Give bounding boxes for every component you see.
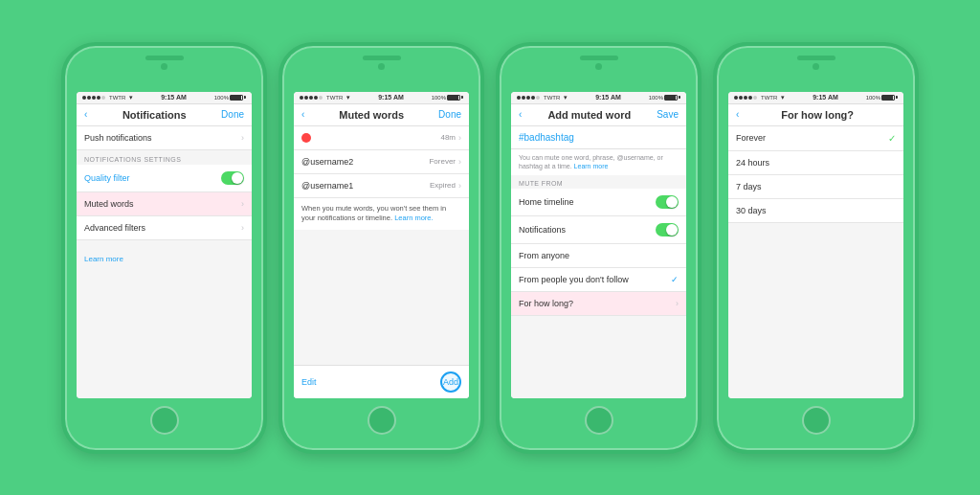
carrier-3: TWTR <box>544 95 560 101</box>
camera-1 <box>161 63 167 70</box>
phone-1: TWTR ▾ 9:15 AM 100% ‹ Notifications Done <box>61 42 267 454</box>
settings-section: Quality filter Muted words › <box>77 165 252 240</box>
speaker-2 <box>363 56 401 60</box>
done-button-1[interactable]: Done <box>221 109 244 120</box>
muted-word-input[interactable]: #badhashtag <box>511 126 686 149</box>
camera-4 <box>813 63 819 70</box>
home-button-1[interactable] <box>150 406 179 435</box>
quality-filter-toggle[interactable] <box>221 171 244 185</box>
push-notifications-row[interactable]: Push notifications › <box>77 126 252 150</box>
muted-words-row[interactable]: Muted words › <box>77 192 252 216</box>
advanced-filters-row[interactable]: Advanced filters › <box>77 216 252 240</box>
phone-2-screen: TWTR ▾ 9:15 AM 100% ‹ Muted words Done <box>294 92 469 398</box>
time-2: 9:15 AM <box>378 94 404 101</box>
mute-from-header: MUTE FROM <box>511 175 686 189</box>
phones-container: TWTR ▾ 9:15 AM 100% ‹ Notifications Done <box>42 23 938 473</box>
speaker-4 <box>797 56 835 60</box>
phone-3: TWTR ▾ 9:15 AM 100% ‹ Add muted word Sav… <box>496 42 702 454</box>
duration-30days[interactable]: 30 days <box>728 199 903 223</box>
done-button-2[interactable]: Done <box>438 109 461 120</box>
notifications-row[interactable]: Notifications <box>511 216 686 244</box>
duration-forever[interactable]: Forever ✓ <box>728 126 903 151</box>
phone-2-top <box>282 56 480 70</box>
learn-more-link-1[interactable]: Learn more <box>84 255 123 263</box>
muted-item-3[interactable]: @username1 Expired › <box>294 174 469 198</box>
home-button-4[interactable] <box>802 406 831 435</box>
learn-more-link-3[interactable]: Learn more <box>574 163 609 169</box>
home-button-3[interactable] <box>585 406 613 435</box>
nav-bar-3: ‹ Add muted word Save <box>511 104 686 126</box>
back-button-4[interactable]: ‹ <box>736 109 739 120</box>
quality-filter-row[interactable]: Quality filter <box>77 165 252 192</box>
chevron-muted-2: › <box>458 157 461 167</box>
learn-more-link-2[interactable]: Learn more. <box>394 214 433 222</box>
time-1: 9:15 AM <box>161 94 187 101</box>
list-section-1: Push notifications › <box>77 126 252 150</box>
carrier-1: TWTR <box>109 95 125 101</box>
battery-pct-4: 100% <box>866 95 880 101</box>
phone-4-screen: TWTR ▾ 9:15 AM 100% ‹ For how long? <box>728 92 903 398</box>
muted-list: 48m › @username2 Forever › @username1 <box>294 126 469 198</box>
battery-pct-2: 100% <box>432 95 446 101</box>
back-button-2[interactable]: ‹ <box>301 109 304 120</box>
screen-content-2: 48m › @username2 Forever › @username1 <box>294 126 469 398</box>
nav-title-1: Notifications <box>122 109 187 121</box>
phone-3-screen: TWTR ▾ 9:15 AM 100% ‹ Add muted word Sav… <box>511 92 686 398</box>
forever-check: ✓ <box>888 133 896 144</box>
muted-dot-icon <box>301 133 311 143</box>
learn-more-section-1: Learn more <box>77 240 252 273</box>
mute-from-section: Home timeline Notifications From anyone <box>511 189 686 316</box>
chevron-icon: › <box>241 133 244 143</box>
phone-1-top <box>65 56 263 70</box>
chevron-muted-1: › <box>458 133 461 143</box>
phone-2: TWTR ▾ 9:15 AM 100% ‹ Muted words Done <box>278 42 484 454</box>
edit-button[interactable]: Edit <box>301 377 317 387</box>
speaker-3 <box>580 56 618 60</box>
muted-words-info: When you mute words, you won't see them … <box>294 198 469 230</box>
notifications-settings-header: NOTIFICATIONS SETTINGS <box>77 150 252 165</box>
camera-2 <box>378 63 385 70</box>
status-bar-2: TWTR ▾ 9:15 AM 100% <box>294 92 469 104</box>
status-bar-1: TWTR ▾ 9:15 AM 100% <box>77 92 252 104</box>
muted-item-1[interactable]: 48m › <box>294 126 469 150</box>
input-value: #badhashtag <box>519 132 574 143</box>
carrier-4: TWTR <box>761 95 777 101</box>
home-timeline-row[interactable]: Home timeline <box>511 189 686 216</box>
speaker-1 <box>145 56 184 60</box>
chevron-icon-2: › <box>241 199 244 209</box>
muted-item-2[interactable]: @username2 Forever › <box>294 150 469 174</box>
username2-label: @username2 <box>301 157 353 167</box>
time-3: 9:15 AM <box>595 94 621 101</box>
phone-4-top <box>717 56 915 70</box>
from-people-row[interactable]: From people you don't follow ✓ <box>511 268 686 292</box>
nav-bar-1: ‹ Notifications Done <box>77 104 252 126</box>
wifi-icon-4: ▾ <box>781 94 785 101</box>
phone-1-screen: TWTR ▾ 9:15 AM 100% ‹ Notifications Done <box>77 92 252 398</box>
for-how-long-row[interactable]: For how long? › <box>511 292 686 316</box>
chevron-muted-3: › <box>458 181 461 191</box>
notifications-toggle[interactable] <box>656 223 679 236</box>
wifi-icon-2: ▾ <box>346 94 350 101</box>
wifi-icon-1: ▾ <box>129 94 133 101</box>
nav-bar-4: ‹ For how long? <box>728 104 903 126</box>
nav-title-3: Add muted word <box>547 109 631 121</box>
chevron-icon-3: › <box>241 223 244 233</box>
from-anyone-row[interactable]: From anyone <box>511 244 686 268</box>
status-bar-3: TWTR ▾ 9:15 AM 100% <box>511 92 686 104</box>
battery-pct-3: 100% <box>649 95 663 101</box>
back-button-1[interactable]: ‹ <box>84 109 87 120</box>
checkmark-icon: ✓ <box>671 275 679 284</box>
save-button-3[interactable]: Save <box>657 109 679 120</box>
screen-content-1: Push notifications › NOTIFICATIONS SETTI… <box>77 126 252 398</box>
duration-24h[interactable]: 24 hours <box>728 151 903 175</box>
home-button-2[interactable] <box>368 406 396 435</box>
add-button[interactable]: Add <box>440 371 461 393</box>
battery-pct-1: 100% <box>214 95 229 101</box>
username1-label: @username1 <box>301 181 353 191</box>
back-button-3[interactable]: ‹ <box>519 109 522 120</box>
home-timeline-toggle[interactable] <box>656 195 679 209</box>
duration-list: Forever ✓ 24 hours 7 days 30 days <box>728 126 903 223</box>
duration-7days[interactable]: 7 days <box>728 175 903 199</box>
hint-text: You can mute one word, phrase, @username… <box>511 149 686 176</box>
nav-bar-2: ‹ Muted words Done <box>294 104 469 126</box>
